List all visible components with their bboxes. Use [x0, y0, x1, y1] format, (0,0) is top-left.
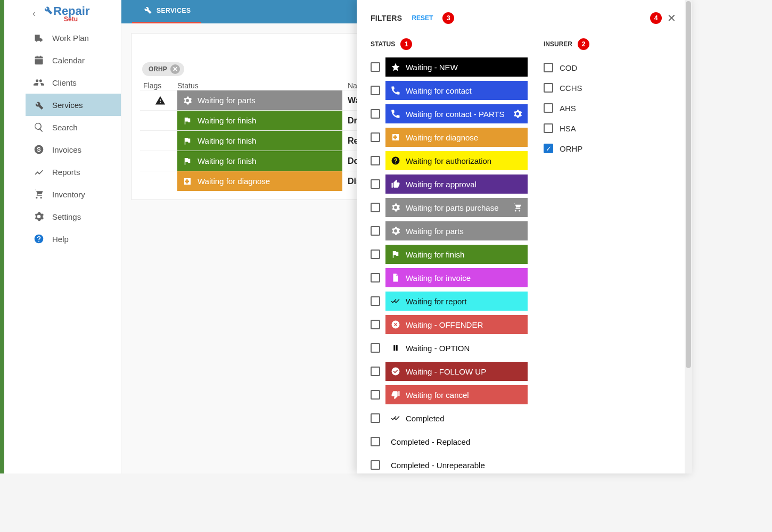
- collapse-sidebar-icon[interactable]: ‹: [29, 8, 39, 19]
- doc-icon: [391, 273, 400, 282]
- status-checkbox[interactable]: [371, 273, 380, 282]
- insurer-label: AHS: [560, 104, 576, 113]
- sidebar-item-label: Inventory: [52, 190, 85, 199]
- gear-icon: [391, 226, 400, 236]
- sidebar-item-services[interactable]: Services: [26, 94, 121, 116]
- help-icon: [33, 233, 45, 245]
- status-checkbox[interactable]: [371, 203, 380, 212]
- row-flag: [140, 111, 177, 130]
- status-chip[interactable]: Waiting for parts purchase: [385, 198, 528, 217]
- star-icon: [391, 62, 400, 72]
- left-gutter: [0, 0, 26, 473]
- gear-icon: [513, 109, 522, 119]
- status-chip[interactable]: Waiting for diagnose: [385, 128, 528, 147]
- filter-column-insurer: INSURER 2 CODCCHSAHSHSA✓ORHP: [544, 38, 678, 473]
- question-icon: [391, 156, 400, 165]
- sidebar-item-calendar[interactable]: Calendar: [26, 49, 121, 71]
- status-chip[interactable]: Waiting - NEW: [385, 57, 528, 77]
- sidebar-item-label: Invoices: [52, 145, 81, 154]
- insurer-label: COD: [560, 63, 577, 72]
- status-checkbox[interactable]: [371, 250, 380, 259]
- row-status: Waiting for finish: [177, 111, 342, 130]
- status-chip[interactable]: Completed - Unrepearable: [385, 455, 528, 473]
- scrollbar-thumb[interactable]: [686, 1, 691, 368]
- insurer-checkbox[interactable]: [544, 123, 553, 133]
- status-checkbox[interactable]: [371, 390, 380, 400]
- sidebar: ‹ Repair Setu Work Plan Calendar Clients…: [26, 0, 121, 473]
- status-checkbox[interactable]: [371, 109, 380, 119]
- status-chip[interactable]: Waiting for finish: [385, 245, 528, 264]
- filters-reset-button[interactable]: RESET: [412, 14, 433, 22]
- page-scrollbar[interactable]: [685, 0, 692, 473]
- status-filter-row: Waiting for invoice: [371, 268, 528, 287]
- insurer-header: INSURER: [544, 40, 572, 48]
- close-icon[interactable]: ✕: [665, 12, 678, 24]
- status-checkbox[interactable]: [371, 296, 380, 306]
- filter-columns: STATUS 1 Waiting - NEWWaiting for contac…: [371, 38, 678, 473]
- wrench-icon: [143, 5, 152, 16]
- sidebar-item-inventory[interactable]: Inventory: [26, 183, 121, 205]
- status-filter-row: Waiting - NEW: [371, 57, 528, 77]
- status-checkbox[interactable]: [371, 156, 380, 165]
- status-chip[interactable]: Waiting for approval: [385, 174, 528, 194]
- status-checkbox[interactable]: [371, 62, 380, 72]
- status-checkbox[interactable]: [371, 437, 380, 446]
- gear-icon: [33, 211, 45, 222]
- status-chip-label: Waiting for diagnose: [406, 133, 478, 142]
- insurer-label: ORHP: [560, 144, 582, 153]
- insurer-checkbox[interactable]: [544, 103, 553, 113]
- chip-remove-icon[interactable]: ✕: [170, 64, 180, 74]
- pause-icon: [391, 343, 400, 353]
- sidebar-item-workplan[interactable]: Work Plan: [26, 27, 121, 49]
- status-checkbox[interactable]: [371, 179, 380, 189]
- status-chip-label: Waiting for finish: [406, 250, 464, 259]
- status-filter-row: Completed: [371, 409, 528, 428]
- status-checkbox[interactable]: [371, 226, 380, 236]
- status-chip[interactable]: Waiting - OFFENDER: [385, 315, 528, 334]
- status-checkbox[interactable]: [371, 343, 380, 353]
- insurer-filter-row: ✓ORHP: [544, 138, 678, 159]
- status-chip[interactable]: Waiting for contact: [385, 81, 528, 100]
- status-chip[interactable]: Waiting for parts: [385, 221, 528, 240]
- status-chip[interactable]: Waiting for cancel: [385, 385, 528, 404]
- status-checkbox[interactable]: [371, 460, 380, 470]
- status-checkbox[interactable]: [371, 367, 380, 376]
- annotation-badge-4: 4: [650, 12, 662, 24]
- sidebar-item-settings[interactable]: Settings: [26, 205, 121, 228]
- status-chip[interactable]: Waiting - OPTION: [385, 338, 528, 358]
- cart-icon: [33, 188, 45, 200]
- insurer-checkbox[interactable]: ✓: [544, 144, 553, 153]
- annotation-badge-3: 3: [442, 12, 454, 24]
- status-chip[interactable]: Waiting for contact - PARTS: [385, 104, 528, 123]
- sidebar-item-clients[interactable]: Clients: [26, 71, 121, 94]
- sidebar-item-label: Clients: [52, 78, 77, 87]
- sidebar-item-search[interactable]: Search: [26, 116, 121, 138]
- filters-panel: FILTERS RESET 3 4 ✕ STATUS 1 Waiting - N…: [357, 0, 692, 473]
- status-filter-row: Waiting for parts purchase: [371, 198, 528, 217]
- status-checkbox[interactable]: [371, 413, 380, 423]
- insurer-checkbox[interactable]: [544, 83, 553, 93]
- col-header-flags: Flags: [140, 81, 177, 90]
- status-checkbox[interactable]: [371, 320, 380, 329]
- coin-icon: [33, 144, 45, 155]
- insurer-label: HSA: [560, 124, 576, 133]
- status-chip[interactable]: Waiting for report: [385, 292, 528, 311]
- sidebar-item-reports[interactable]: Reports: [26, 161, 121, 183]
- logo-row: ‹ Repair Setu: [26, 2, 121, 27]
- col-header-status: Status: [177, 81, 342, 90]
- status-chip[interactable]: Completed - Replaced: [385, 432, 528, 451]
- tab-services[interactable]: SERVICES: [132, 0, 201, 23]
- status-checkbox[interactable]: [371, 86, 380, 95]
- status-chip[interactable]: Waiting - FOLLOW UP: [385, 362, 528, 381]
- status-chip[interactable]: Completed: [385, 409, 528, 428]
- status-checkbox[interactable]: [371, 132, 380, 142]
- insurer-checkbox[interactable]: [544, 63, 553, 72]
- status-chip[interactable]: Waiting for invoice: [385, 268, 528, 287]
- check-circle-icon: [391, 367, 400, 376]
- status-filter-row: Waiting for finish: [371, 245, 528, 264]
- sidebar-item-invoices[interactable]: Invoices: [26, 138, 121, 161]
- sidebar-item-help[interactable]: Help: [26, 228, 121, 250]
- status-chip[interactable]: Waiting for authorization: [385, 151, 528, 170]
- status-chip-label: Waiting for approval: [406, 180, 477, 189]
- status-chip-label: Waiting - NEW: [406, 63, 458, 72]
